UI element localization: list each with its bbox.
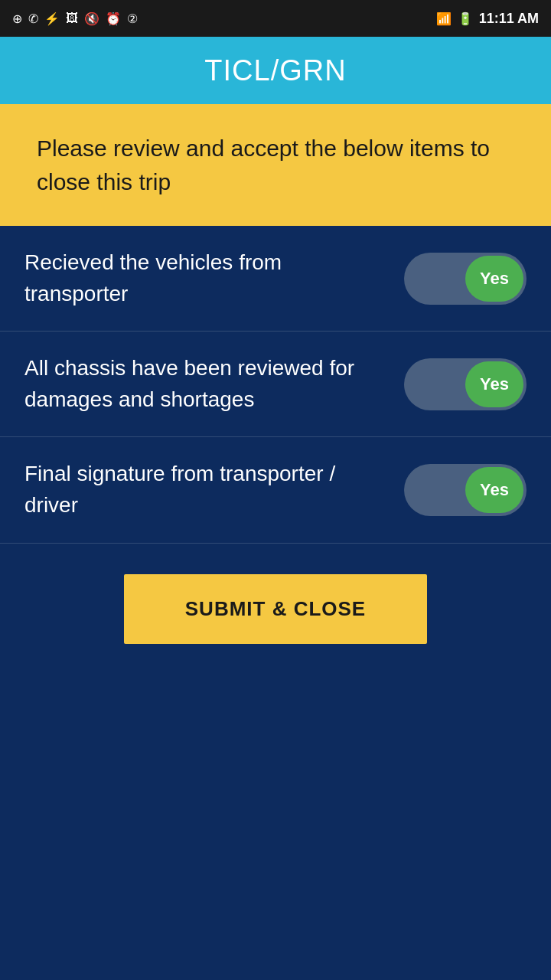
notice-banner: Please review and accept the below items… xyxy=(0,104,551,226)
checklist: Recieved the vehicles from transporter Y… xyxy=(0,226,551,980)
toggle-yes-label: Yes xyxy=(480,269,509,289)
submit-section: SUBMIT & CLOSE xyxy=(0,544,551,690)
item-label-chassis-reviewed: All chassis have been reviewed for damag… xyxy=(24,353,404,415)
signal-icon: 📶 xyxy=(436,11,452,26)
mute-icon: 🔇 xyxy=(84,11,99,26)
toggle-yes-label-3: Yes xyxy=(480,480,509,500)
status-bar: ⊕ ✆ ⚡ 🖼 🔇 ⏰ ② 📶 🔋 11:11 AM xyxy=(0,0,551,37)
toggle-thumb-2: Yes xyxy=(465,361,523,407)
toggle-track-3: Yes xyxy=(404,464,527,516)
status-time: 11:11 AM xyxy=(479,11,539,27)
item-label-received-vehicles: Recieved the vehicles from transporter xyxy=(24,247,404,309)
image-icon: 🖼 xyxy=(66,11,78,25)
toggle-final-signature[interactable]: Yes xyxy=(404,464,527,516)
alarm-icon: ⏰ xyxy=(106,11,121,26)
add-icon: ⊕ xyxy=(12,11,22,26)
toggle-thumb-3: Yes xyxy=(465,467,523,513)
status-right-icons: 📶 🔋 11:11 AM xyxy=(436,11,539,27)
toggle-received-vehicles[interactable]: Yes xyxy=(404,253,527,305)
sim-icon: ② xyxy=(127,11,138,26)
status-left-icons: ⊕ ✆ ⚡ 🖼 🔇 ⏰ ② xyxy=(12,11,138,26)
checklist-item-received-vehicles: Recieved the vehicles from transporter Y… xyxy=(0,226,551,332)
checklist-item-chassis-reviewed: All chassis have been reviewed for damag… xyxy=(0,332,551,437)
submit-close-button[interactable]: SUBMIT & CLOSE xyxy=(124,574,427,644)
app-header: TICL/GRN xyxy=(0,37,551,104)
battery-icon: 🔋 xyxy=(458,11,473,26)
notice-text: Please review and accept the below items… xyxy=(37,132,514,198)
app-title: TICL/GRN xyxy=(204,54,346,87)
usb-icon: ⚡ xyxy=(44,11,60,26)
toggle-yes-label-2: Yes xyxy=(480,374,509,394)
toggle-thumb: Yes xyxy=(465,256,523,302)
toggle-track-2: Yes xyxy=(404,358,527,410)
phone-icon: ✆ xyxy=(28,11,38,26)
toggle-chassis-reviewed[interactable]: Yes xyxy=(404,358,527,410)
checklist-item-final-signature: Final signature from transporter / drive… xyxy=(0,437,551,543)
item-label-final-signature: Final signature from transporter / drive… xyxy=(24,459,404,521)
toggle-track: Yes xyxy=(404,253,527,305)
